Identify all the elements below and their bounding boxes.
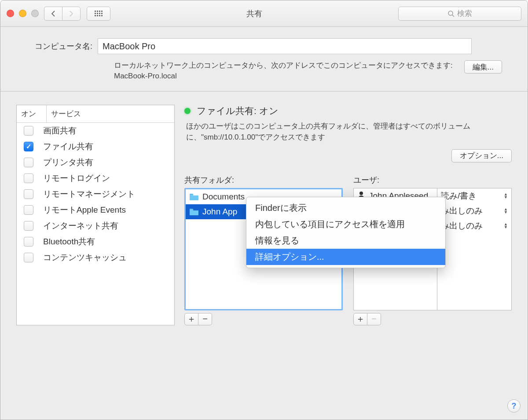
permission-label: 読み/書き bbox=[441, 190, 477, 202]
sharing-prefs-window: 共有 検索 コンピュータ名: ローカルネットワーク上のコンピュータから、次のアド… bbox=[0, 0, 528, 420]
search-icon bbox=[447, 10, 455, 17]
services-head-on: オン bbox=[17, 105, 47, 122]
context-menu-item[interactable]: Finderに表示 bbox=[246, 200, 445, 216]
service-row[interactable]: リモートログイン bbox=[17, 170, 174, 186]
folder-name: John App bbox=[202, 207, 237, 217]
search-field[interactable]: 検索 bbox=[398, 7, 521, 21]
service-label: リモートApple Events bbox=[43, 204, 126, 216]
show-all-button[interactable] bbox=[87, 7, 110, 21]
user-permission[interactable]: み出しのみ▲▼ bbox=[437, 203, 511, 218]
context-menu-item[interactable]: 内包している項目にアクセス権を適用 bbox=[246, 216, 445, 232]
status-desc: ほかのユーザはこのコンピュータ上の共有フォルダに、管理者はすべてのボリュームに、… bbox=[186, 121, 512, 143]
right-pane: ファイル共有: オン ほかのユーザはこのコンピュータ上の共有フォルダに、管理者は… bbox=[184, 105, 512, 325]
permission-label: み出しのみ bbox=[441, 220, 483, 232]
service-checkbox[interactable] bbox=[24, 189, 33, 199]
service-checkbox[interactable] bbox=[24, 142, 33, 151]
status-title: ファイル共有: オン bbox=[197, 105, 279, 117]
service-checkbox[interactable] bbox=[24, 221, 33, 231]
service-row[interactable]: リモートマネージメント bbox=[17, 186, 174, 202]
remove-user-button: − bbox=[367, 313, 381, 325]
services-list: オン サービス 画面共有ファイル共有プリンタ共有リモートログインリモートマネージ… bbox=[16, 105, 175, 325]
context-menu-item[interactable]: 情報を見る bbox=[246, 232, 445, 249]
service-checkbox[interactable] bbox=[24, 126, 33, 136]
user-permission[interactable]: 読み/書き▲▼ bbox=[437, 188, 511, 203]
folder-icon bbox=[189, 193, 199, 200]
options-button[interactable]: オプション... bbox=[451, 149, 512, 162]
minimize-icon[interactable] bbox=[19, 10, 26, 17]
computer-name-desc: ローカルネットワーク上のコンピュータから、次のアドレスでこのコンピュータにアクセ… bbox=[114, 60, 464, 81]
service-label: コンテンツキャッシュ bbox=[43, 252, 127, 263]
service-label: Bluetooth共有 bbox=[43, 236, 95, 247]
computer-name-label: コンピュータ名: bbox=[35, 41, 92, 52]
service-checkbox[interactable] bbox=[24, 253, 33, 262]
service-checkbox[interactable] bbox=[24, 205, 33, 215]
service-checkbox[interactable] bbox=[24, 237, 33, 247]
permission-label: み出しのみ bbox=[441, 205, 483, 217]
grid-icon bbox=[95, 11, 103, 16]
stepper-icon[interactable]: ▲▼ bbox=[504, 223, 508, 229]
svg-line-1 bbox=[452, 15, 454, 17]
users-label: ユーザ: bbox=[353, 175, 512, 185]
service-label: リモートマネージメント bbox=[43, 188, 135, 200]
add-user-button[interactable]: ＋ bbox=[353, 313, 367, 325]
main-content: オン サービス 画面共有ファイル共有プリンタ共有リモートログインリモートマネージ… bbox=[0, 92, 528, 339]
service-checkbox[interactable] bbox=[24, 173, 33, 183]
context-menu-item[interactable]: 詳細オプション... bbox=[246, 249, 445, 265]
status-indicator-icon bbox=[184, 108, 191, 114]
svg-point-0 bbox=[448, 11, 453, 15]
add-folder-button[interactable]: ＋ bbox=[184, 313, 198, 325]
service-row[interactable]: ファイル共有 bbox=[17, 139, 174, 155]
service-row[interactable]: プリンタ共有 bbox=[17, 155, 174, 170]
services-head-service: サービス bbox=[47, 105, 85, 122]
maximize-icon bbox=[31, 10, 39, 17]
service-row[interactable]: コンテンツキャッシュ bbox=[17, 250, 174, 265]
service-label: 画面共有 bbox=[43, 125, 77, 136]
remove-folder-button[interactable]: − bbox=[198, 313, 212, 325]
edit-button[interactable]: 編集... bbox=[464, 60, 502, 74]
service-label: リモートログイン bbox=[43, 173, 110, 184]
close-icon[interactable] bbox=[7, 10, 14, 17]
context-menu[interactable]: Finderに表示内包している項目にアクセス権を適用情報を見る詳細オプション..… bbox=[246, 197, 446, 268]
service-row[interactable]: Bluetooth共有 bbox=[17, 234, 174, 250]
user-permission[interactable]: み出しのみ▲▼ bbox=[437, 218, 511, 233]
shared-folders-label: 共有フォルダ: bbox=[184, 175, 343, 185]
stepper-icon[interactable]: ▲▼ bbox=[504, 208, 508, 214]
service-checkbox[interactable] bbox=[24, 158, 33, 167]
stepper-icon[interactable]: ▲▼ bbox=[504, 193, 508, 199]
back-button[interactable] bbox=[44, 7, 62, 21]
folder-icon bbox=[189, 208, 199, 215]
service-row[interactable]: 画面共有 bbox=[17, 123, 174, 139]
computer-name-section: コンピュータ名: ローカルネットワーク上のコンピュータから、次のアドレスでこのコ… bbox=[0, 27, 528, 92]
service-label: インターネット共有 bbox=[43, 220, 118, 232]
service-label: ファイル共有 bbox=[43, 141, 93, 152]
svg-point-2 bbox=[359, 192, 363, 195]
forward-button bbox=[62, 7, 81, 21]
window-title: 共有 bbox=[110, 8, 398, 19]
traffic-lights bbox=[7, 10, 39, 17]
service-row[interactable]: インターネット共有 bbox=[17, 218, 174, 234]
search-placeholder: 検索 bbox=[457, 8, 472, 18]
folder-name: Documents bbox=[202, 192, 245, 202]
help-button[interactable]: ? bbox=[507, 399, 521, 413]
service-row[interactable]: リモートApple Events bbox=[17, 202, 174, 218]
computer-name-input[interactable] bbox=[98, 38, 472, 54]
titlebar: 共有 検索 bbox=[0, 0, 528, 27]
service-label: プリンタ共有 bbox=[43, 157, 93, 168]
nav-buttons bbox=[44, 7, 81, 21]
